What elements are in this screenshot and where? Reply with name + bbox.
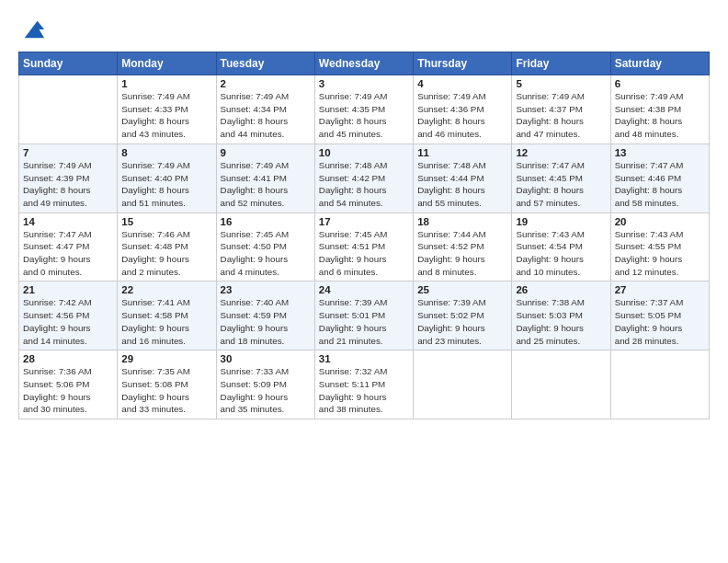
day-number: 22 <box>121 284 211 295</box>
calendar-cell: 3Sunrise: 7:49 AM Sunset: 4:35 PM Daylig… <box>314 75 413 144</box>
day-detail: Sunrise: 7:37 AM Sunset: 5:05 PM Dayligh… <box>615 296 705 347</box>
day-detail: Sunrise: 7:49 AM Sunset: 4:37 PM Dayligh… <box>516 90 606 141</box>
logo <box>18 17 46 42</box>
day-number: 24 <box>319 284 409 295</box>
day-number: 12 <box>516 147 606 158</box>
weekday-header-wednesday: Wednesday <box>314 52 413 75</box>
day-number: 21 <box>23 284 113 295</box>
calendar-table: SundayMondayTuesdayWednesdayThursdayFrid… <box>18 52 710 419</box>
day-detail: Sunrise: 7:39 AM Sunset: 5:02 PM Dayligh… <box>417 296 507 347</box>
day-detail: Sunrise: 7:49 AM Sunset: 4:34 PM Dayligh… <box>221 90 311 141</box>
day-detail: Sunrise: 7:49 AM Sunset: 4:36 PM Dayligh… <box>417 90 507 141</box>
calendar-cell: 1Sunrise: 7:49 AM Sunset: 4:33 PM Daylig… <box>118 75 216 144</box>
calendar-cell: 23Sunrise: 7:40 AM Sunset: 4:59 PM Dayli… <box>216 282 314 350</box>
calendar-cell: 12Sunrise: 7:47 AM Sunset: 4:45 PM Dayli… <box>512 144 610 213</box>
day-number: 29 <box>121 353 211 364</box>
weekday-header-tuesday: Tuesday <box>216 52 314 75</box>
weekday-header-thursday: Thursday <box>414 52 512 75</box>
day-number: 10 <box>319 147 409 158</box>
day-detail: Sunrise: 7:46 AM Sunset: 4:48 PM Dayligh… <box>121 228 211 279</box>
calendar-cell: 7Sunrise: 7:49 AM Sunset: 4:39 PM Daylig… <box>19 144 118 213</box>
weekday-header-monday: Monday <box>118 52 216 75</box>
calendar-cell: 17Sunrise: 7:45 AM Sunset: 4:51 PM Dayli… <box>314 213 413 282</box>
calendar-cell: 10Sunrise: 7:48 AM Sunset: 4:42 PM Dayli… <box>314 144 413 213</box>
calendar-cell: 9Sunrise: 7:49 AM Sunset: 4:41 PM Daylig… <box>216 144 314 213</box>
calendar-cell: 24Sunrise: 7:39 AM Sunset: 5:01 PM Dayli… <box>314 282 413 350</box>
day-number: 31 <box>319 353 409 364</box>
day-number: 5 <box>516 78 606 89</box>
calendar-cell: 25Sunrise: 7:39 AM Sunset: 5:02 PM Dayli… <box>414 282 512 350</box>
day-detail: Sunrise: 7:39 AM Sunset: 5:01 PM Dayligh… <box>319 296 409 347</box>
weekday-header-row: SundayMondayTuesdayWednesdayThursdayFrid… <box>19 52 710 75</box>
calendar-cell <box>512 350 610 419</box>
day-number: 19 <box>516 216 606 227</box>
day-detail: Sunrise: 7:49 AM Sunset: 4:41 PM Dayligh… <box>221 159 311 210</box>
day-number: 13 <box>615 147 705 158</box>
page: SundayMondayTuesdayWednesdayThursdayFrid… <box>0 0 728 563</box>
svg-marker-0 <box>25 21 44 39</box>
day-number: 30 <box>221 353 311 364</box>
day-detail: Sunrise: 7:33 AM Sunset: 5:09 PM Dayligh… <box>221 365 311 416</box>
calendar-cell: 29Sunrise: 7:35 AM Sunset: 5:08 PM Dayli… <box>118 350 216 419</box>
day-detail: Sunrise: 7:48 AM Sunset: 4:42 PM Dayligh… <box>319 159 409 210</box>
day-detail: Sunrise: 7:38 AM Sunset: 5:03 PM Dayligh… <box>516 296 606 347</box>
day-detail: Sunrise: 7:49 AM Sunset: 4:39 PM Dayligh… <box>23 159 113 210</box>
day-detail: Sunrise: 7:48 AM Sunset: 4:44 PM Dayligh… <box>417 159 507 210</box>
day-detail: Sunrise: 7:43 AM Sunset: 4:55 PM Dayligh… <box>615 228 705 279</box>
day-number: 6 <box>615 78 705 89</box>
day-detail: Sunrise: 7:35 AM Sunset: 5:08 PM Dayligh… <box>121 365 211 416</box>
day-number: 4 <box>417 78 507 89</box>
logo-icon <box>20 17 46 42</box>
week-row-1: 1Sunrise: 7:49 AM Sunset: 4:33 PM Daylig… <box>19 75 710 144</box>
day-detail: Sunrise: 7:41 AM Sunset: 4:58 PM Dayligh… <box>121 296 211 347</box>
calendar-cell: 8Sunrise: 7:49 AM Sunset: 4:40 PM Daylig… <box>118 144 216 213</box>
calendar-cell: 27Sunrise: 7:37 AM Sunset: 5:05 PM Dayli… <box>610 282 709 350</box>
day-detail: Sunrise: 7:42 AM Sunset: 4:56 PM Dayligh… <box>23 296 113 347</box>
header <box>18 17 710 42</box>
calendar-cell: 2Sunrise: 7:49 AM Sunset: 4:34 PM Daylig… <box>216 75 314 144</box>
calendar-cell: 11Sunrise: 7:48 AM Sunset: 4:44 PM Dayli… <box>414 144 512 213</box>
day-number: 25 <box>417 284 507 295</box>
day-detail: Sunrise: 7:45 AM Sunset: 4:50 PM Dayligh… <box>221 228 311 279</box>
day-number: 28 <box>23 353 113 364</box>
calendar-cell: 31Sunrise: 7:32 AM Sunset: 5:11 PM Dayli… <box>314 350 413 419</box>
day-number: 11 <box>417 147 507 158</box>
day-detail: Sunrise: 7:44 AM Sunset: 4:52 PM Dayligh… <box>417 228 507 279</box>
day-detail: Sunrise: 7:47 AM Sunset: 4:46 PM Dayligh… <box>615 159 705 210</box>
day-detail: Sunrise: 7:49 AM Sunset: 4:38 PM Dayligh… <box>615 90 705 141</box>
day-detail: Sunrise: 7:49 AM Sunset: 4:33 PM Dayligh… <box>121 90 211 141</box>
day-number: 14 <box>23 216 113 227</box>
day-number: 1 <box>121 78 211 89</box>
day-number: 23 <box>221 284 311 295</box>
day-detail: Sunrise: 7:47 AM Sunset: 4:45 PM Dayligh… <box>516 159 606 210</box>
calendar-cell: 22Sunrise: 7:41 AM Sunset: 4:58 PM Dayli… <box>118 282 216 350</box>
day-detail: Sunrise: 7:32 AM Sunset: 5:11 PM Dayligh… <box>319 365 409 416</box>
day-detail: Sunrise: 7:40 AM Sunset: 4:59 PM Dayligh… <box>221 296 311 347</box>
day-detail: Sunrise: 7:47 AM Sunset: 4:47 PM Dayligh… <box>23 228 113 279</box>
day-number: 18 <box>417 216 507 227</box>
day-number: 2 <box>221 78 311 89</box>
calendar-cell: 15Sunrise: 7:46 AM Sunset: 4:48 PM Dayli… <box>118 213 216 282</box>
calendar-cell: 28Sunrise: 7:36 AM Sunset: 5:06 PM Dayli… <box>19 350 118 419</box>
calendar-cell <box>414 350 512 419</box>
day-number: 8 <box>121 147 211 158</box>
calendar-cell: 5Sunrise: 7:49 AM Sunset: 4:37 PM Daylig… <box>512 75 610 144</box>
day-detail: Sunrise: 7:36 AM Sunset: 5:06 PM Dayligh… <box>23 365 113 416</box>
week-row-3: 14Sunrise: 7:47 AM Sunset: 4:47 PM Dayli… <box>19 213 710 282</box>
calendar-cell: 21Sunrise: 7:42 AM Sunset: 4:56 PM Dayli… <box>19 282 118 350</box>
day-number: 7 <box>23 147 113 158</box>
week-row-2: 7Sunrise: 7:49 AM Sunset: 4:39 PM Daylig… <box>19 144 710 213</box>
calendar-cell: 18Sunrise: 7:44 AM Sunset: 4:52 PM Dayli… <box>414 213 512 282</box>
calendar-cell <box>19 75 118 144</box>
day-number: 15 <box>121 216 211 227</box>
calendar-cell <box>610 350 709 419</box>
day-number: 3 <box>319 78 409 89</box>
day-detail: Sunrise: 7:45 AM Sunset: 4:51 PM Dayligh… <box>319 228 409 279</box>
day-number: 17 <box>319 216 409 227</box>
day-number: 20 <box>615 216 705 227</box>
weekday-header-sunday: Sunday <box>19 52 118 75</box>
calendar-cell: 6Sunrise: 7:49 AM Sunset: 4:38 PM Daylig… <box>610 75 709 144</box>
day-detail: Sunrise: 7:49 AM Sunset: 4:35 PM Dayligh… <box>319 90 409 141</box>
calendar-cell: 30Sunrise: 7:33 AM Sunset: 5:09 PM Dayli… <box>216 350 314 419</box>
weekday-header-friday: Friday <box>512 52 610 75</box>
